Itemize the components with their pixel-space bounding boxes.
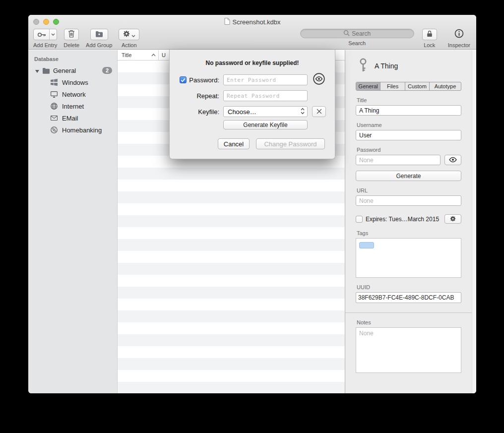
inspector-scrollbar[interactable]	[472, 50, 476, 393]
entry-key-icon	[358, 58, 368, 74]
title-field-label: Title	[357, 97, 461, 103]
search-input[interactable]: Search	[300, 29, 414, 38]
entry-count-badge: 2	[102, 67, 112, 74]
cancel-button[interactable]: Cancel	[218, 138, 250, 149]
add-entry-button[interactable]	[33, 29, 57, 40]
tab-custom[interactable]: Custom	[405, 82, 430, 90]
tab-general[interactable]: General	[356, 82, 380, 90]
lock-icon	[427, 30, 433, 39]
password-checkbox[interactable]	[180, 76, 187, 83]
keyfile-stepper-icon	[301, 108, 305, 116]
document-icon	[224, 18, 230, 26]
action-button[interactable]	[119, 29, 139, 40]
url-field[interactable]	[356, 195, 461, 206]
tags-box[interactable]	[356, 238, 461, 278]
reveal-password-icon	[449, 156, 457, 165]
lock-button[interactable]	[422, 29, 437, 40]
add-entry-label: Add Entry	[33, 42, 57, 48]
lock-label: Lock	[424, 42, 435, 48]
add-entry-icon	[34, 29, 49, 40]
delete-button[interactable]	[64, 29, 79, 40]
search-label: Search	[348, 40, 366, 46]
add-group-label: Add Group	[86, 42, 112, 48]
dialog-repeat-input[interactable]	[223, 90, 308, 101]
action-dropdown-arrow	[131, 30, 135, 39]
inspector-icon	[454, 29, 464, 40]
sidebar: Database General 2 Windows Network Inter…	[28, 50, 118, 393]
expires-settings-button[interactable]	[444, 214, 461, 224]
generate-password-button[interactable]: Generate	[356, 171, 461, 181]
sidebar-section-header: Database	[28, 54, 117, 64]
sidebar-item-network[interactable]: Network	[28, 88, 117, 100]
tags-label: Tags	[357, 230, 461, 236]
keyfile-clear-button[interactable]	[312, 106, 326, 117]
tab-autotype[interactable]: Autotype	[430, 82, 461, 90]
tag-chip[interactable]	[359, 242, 374, 248]
action-label: Action	[122, 42, 137, 48]
app-window: Screenshot.kdbx Add Entry Delete	[28, 15, 476, 393]
search-tool: Search Search	[300, 29, 414, 46]
sidebar-group-general[interactable]: General 2	[28, 64, 117, 76]
inspector-entry-title: A Thing	[375, 62, 398, 70]
window-chrome: Screenshot.kdbx Add Entry Delete	[28, 15, 476, 50]
dialog-password-label: Password:	[189, 76, 219, 84]
sidebar-item-label: Homebanking	[62, 126, 102, 134]
gear-icon	[450, 215, 456, 224]
dialog-password-label-cell: Password:	[170, 76, 219, 84]
change-password-dialog: No password or keyfile supplied! Passwor…	[169, 50, 335, 159]
homebanking-icon	[50, 126, 58, 133]
internet-icon	[50, 103, 58, 110]
inspector-button[interactable]	[454, 29, 464, 40]
checkmark-icon	[181, 76, 186, 84]
sort-ascending-icon	[151, 54, 156, 57]
username-field-label: Username	[357, 122, 461, 128]
column-header-title[interactable]: Title	[118, 50, 159, 60]
sidebar-item-label: EMail	[62, 115, 78, 122]
add-entry-tool: Add Entry	[33, 29, 57, 48]
sidebar-item-label: Internet	[62, 103, 84, 110]
generate-keyfile-button[interactable]: Generate Keyfile	[223, 120, 308, 129]
sidebar-item-internet[interactable]: Internet	[28, 100, 117, 112]
expires-checkbox[interactable]	[356, 216, 363, 223]
keyfile-clear-icon	[316, 107, 322, 116]
windows-icon	[50, 79, 58, 86]
dialog-password-input[interactable]	[223, 74, 308, 85]
add-group-tool: Add Group	[86, 29, 112, 48]
username-field[interactable]	[356, 130, 461, 140]
delete-tool: Delete	[63, 29, 79, 48]
password-field-label: Password	[357, 147, 461, 153]
delete-label: Delete	[63, 42, 79, 48]
change-password-button[interactable]: Change Password	[256, 138, 325, 149]
toolbar: Add Entry Delete Add Group Action	[33, 29, 470, 48]
sidebar-item-homebanking[interactable]: Homebanking	[28, 124, 117, 136]
keyfile-dropdown[interactable]: Choose…	[223, 106, 308, 117]
dialog-message: No password or keyfile supplied!	[170, 60, 335, 66]
inspector-tabs: General Files Custom Autotype	[356, 82, 461, 91]
delete-icon	[68, 30, 75, 40]
dialog-password-row: Password:	[170, 72, 335, 87]
notes-field[interactable]: None	[356, 327, 461, 373]
dialog-reveal-password-icon[interactable]	[313, 72, 325, 87]
tab-files[interactable]: Files	[380, 82, 405, 90]
sidebar-item-windows[interactable]: Windows	[28, 76, 117, 88]
column-username-label: U	[162, 52, 166, 58]
expires-row: Expires: Tues…March 2015	[356, 214, 461, 224]
inspector-label: Inspector	[448, 42, 470, 48]
sidebar-item-label: Network	[62, 91, 86, 98]
network-icon	[50, 91, 58, 98]
add-entry-dropdown-arrow[interactable]	[49, 29, 57, 40]
titlebar: Screenshot.kdbx	[28, 18, 476, 26]
title-field[interactable]	[356, 105, 461, 116]
email-icon	[50, 116, 58, 121]
lock-tool: Lock	[422, 29, 437, 48]
reveal-password-button[interactable]	[444, 155, 461, 165]
dialog-form: Password: Repeat: Keyfile: Choose…	[170, 72, 335, 129]
password-field[interactable]	[356, 155, 441, 165]
dialog-generate-keyfile-row: Generate Keyfile	[170, 120, 335, 129]
sidebar-item-email[interactable]: EMail	[28, 112, 117, 124]
action-icon	[123, 30, 130, 39]
disclosure-icon[interactable]	[35, 66, 39, 75]
add-group-button[interactable]	[90, 29, 108, 40]
dialog-repeat-row: Repeat:	[170, 90, 335, 101]
uuid-field[interactable]: 38F629B7-FC4E-489C-8DCF-0CAB	[356, 292, 461, 303]
